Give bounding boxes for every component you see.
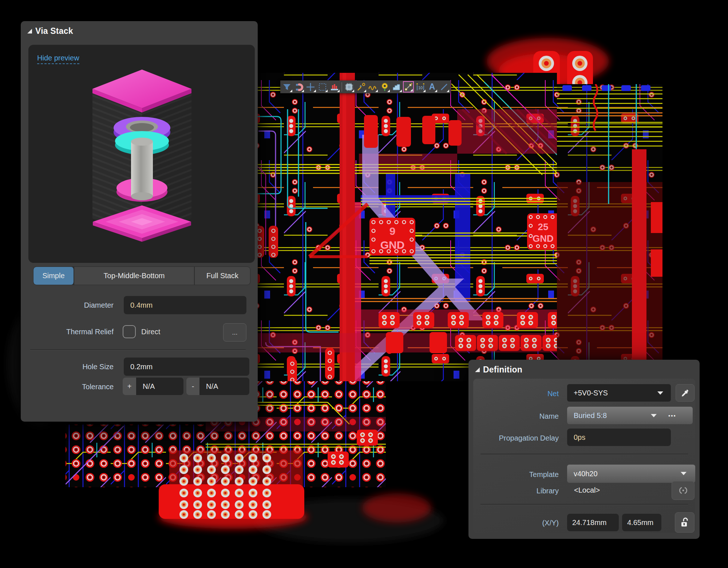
definition-group (473, 379, 695, 533)
toolbar-separator (341, 82, 342, 92)
panel-title: Via Stack (35, 26, 73, 36)
panel-title: Definition (483, 365, 522, 375)
direct-checkbox[interactable] (123, 325, 136, 338)
svg-text:25: 25 (538, 221, 549, 232)
diameter-value: 0.4mm (130, 301, 153, 309)
polygon-pour-icon[interactable] (391, 81, 402, 92)
svg-text:10: 10 (418, 86, 422, 90)
pcb-main-board: 9 GND 25 GND (206, 73, 569, 391)
unlock-icon (680, 517, 689, 528)
collapse-icon (27, 29, 32, 33)
name-value: Buried 5:8 (574, 411, 607, 420)
link-icon (678, 486, 688, 495)
pcb-right-section (557, 84, 662, 361)
propagation-delay-input[interactable]: 0ps (567, 429, 671, 446)
select-area-icon[interactable] (317, 81, 328, 92)
library-value: <Local> (574, 486, 600, 494)
tolerance-minus-input[interactable]: N/A (199, 378, 249, 395)
eyedropper-icon (681, 388, 689, 397)
template-dropdown[interactable]: v40h20 (567, 465, 695, 483)
section-divider (30, 349, 246, 350)
thermal-relief-more-button[interactable]: ... (223, 323, 246, 342)
svg-text:9: 9 (389, 225, 396, 237)
via-icon[interactable] (379, 81, 390, 92)
text-icon[interactable]: A (427, 81, 438, 92)
via-preview-box: Hide preview (28, 45, 255, 263)
y-value: 4.65mm (627, 518, 653, 527)
direct-label: Direct (141, 327, 160, 336)
diameter-input[interactable]: 0.4mm (124, 296, 246, 314)
definition-header[interactable]: Definition (475, 365, 522, 375)
svg-text:GND: GND (533, 233, 554, 244)
thermal-relief-label: Thermal Relief (28, 327, 114, 336)
diameter-label: Diameter (28, 300, 114, 310)
propagation-delay-value: 0ps (574, 433, 585, 442)
xy-label: (X/Y) (476, 518, 559, 528)
pad-stack-icon[interactable] (329, 81, 340, 92)
hole-size-value: 0.2mm (130, 363, 153, 371)
line-icon[interactable] (438, 81, 450, 92)
tune-meander-icon[interactable] (367, 81, 379, 92)
propagation-delay-label: Propagation Delay (476, 433, 559, 443)
net-label: Net (476, 389, 559, 398)
hole-size-label: Hole Size (28, 362, 114, 371)
template-label: Template (476, 470, 559, 479)
pcb-toolbar: 10 A (280, 80, 451, 93)
template-value: v40h20 (574, 470, 598, 478)
collapse-icon (475, 367, 480, 372)
net-dropdown[interactable]: +5V0-SYS (567, 384, 671, 402)
section-divider (480, 504, 688, 505)
magnet-icon[interactable] (293, 81, 305, 92)
hole-size-input[interactable]: 0.2mm (124, 358, 249, 376)
tab-simple[interactable]: Simple (33, 267, 74, 285)
filter-icon[interactable] (281, 81, 293, 92)
tab-top-middle-bottom[interactable]: Top-Middle-Bottom (74, 267, 195, 285)
hide-preview-link[interactable]: Hide preview (37, 54, 79, 64)
via-stack-header[interactable]: Via Stack (27, 26, 73, 36)
x-input[interactable]: 24.718mm (567, 514, 619, 531)
via-3d-preview (92, 70, 194, 252)
gnd-block-1: 9 GND (369, 218, 415, 256)
tolerance-label: Tolerance (28, 382, 114, 391)
more-label: ... (232, 329, 237, 336)
tolerance-minus-prefix: - (186, 378, 199, 395)
tolerance-plus-prefix: + (123, 378, 136, 395)
measure-line-icon[interactable] (403, 81, 414, 92)
link-button[interactable] (672, 481, 695, 500)
component-icon[interactable] (344, 81, 355, 92)
tolerance-plus-value: N/A (143, 382, 155, 391)
y-input[interactable]: 4.65mm (622, 514, 661, 531)
via-stack-panel: Via Stack Hide preview (21, 21, 258, 422)
net-value: +5V0-SYS (574, 389, 608, 397)
route-icon[interactable] (355, 81, 367, 92)
svg-text:GND: GND (380, 239, 405, 251)
tab-full-stack[interactable]: Full Stack (195, 267, 250, 285)
crosshair-icon[interactable] (305, 81, 316, 92)
name-dropdown[interactable]: Buried 5:8 ••• (567, 407, 693, 424)
pcb-red-region (158, 450, 431, 529)
dimension-icon[interactable]: 10 (415, 81, 426, 92)
definition-panel: Definition Net +5V0-SYS Name Buried 5:8 … (468, 360, 700, 539)
name-more-button[interactable]: ••• (668, 413, 676, 419)
x-value: 24.718mm (572, 518, 607, 527)
library-label: Library (476, 486, 559, 496)
via-stack-tabs: Simple Top-Middle-Bottom Full Stack (33, 267, 250, 285)
tolerance-plus-input[interactable]: N/A (136, 378, 183, 395)
lock-button[interactable] (675, 512, 695, 533)
tolerance-minus-value: N/A (206, 382, 218, 391)
section-divider (480, 454, 688, 455)
eyedropper-button[interactable] (676, 384, 695, 402)
name-label: Name (476, 411, 559, 421)
